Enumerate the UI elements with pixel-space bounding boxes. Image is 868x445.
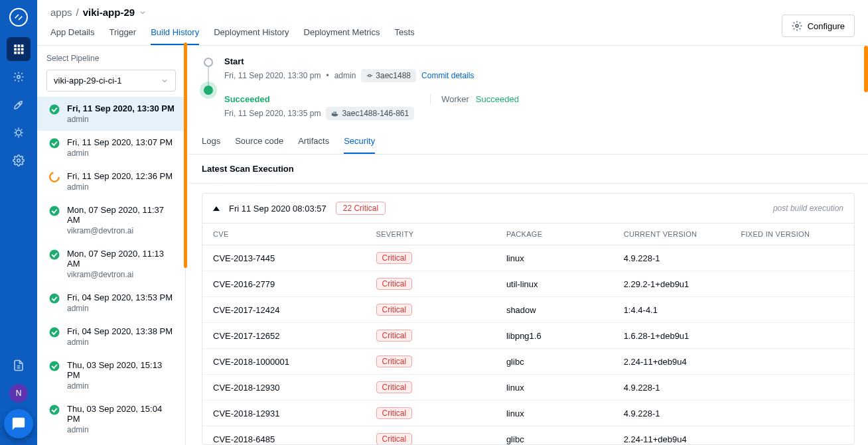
table-row[interactable]: CVE-2018-12931 Critical linux 4.9.228-1	[202, 401, 854, 426]
breadcrumb-current: viki-app-29	[83, 7, 135, 18]
current-version-cell: 4.9.228-1	[613, 375, 731, 401]
tab-trigger[interactable]: Trigger	[109, 27, 136, 45]
image-chip[interactable]: 3aec1488-146-861	[326, 107, 414, 120]
build-list-item[interactable]: Fri, 11 Sep 2020, 13:07 PMadmin	[37, 131, 185, 164]
chevron-down-icon	[161, 77, 169, 85]
svg-point-18	[50, 250, 60, 260]
section-title: Latest Scan Execution	[188, 155, 868, 184]
severity-cell: Critical	[366, 426, 496, 446]
table-row[interactable]: CVE-2017-12652 Critical libpng1.6 1.6.28…	[202, 323, 854, 349]
severity-cell: Critical	[366, 375, 496, 401]
cve-cell: CVE-2013-7445	[202, 245, 366, 271]
rail-doc-icon[interactable]	[7, 353, 31, 377]
build-list-item[interactable]: Wed, 02 Sep 2020, 12:35 PMadmin	[37, 441, 185, 445]
build-list-item[interactable]: Mon, 07 Sep 2020, 11:13 AMvikram@devtron…	[37, 242, 185, 286]
pipeline-select[interactable]: viki-app-29-ci-ci-1	[46, 70, 176, 92]
table-row[interactable]: CVE-2013-7445 Critical linux 4.9.228-1	[202, 245, 854, 271]
svg-rect-4	[18, 48, 21, 51]
build-list-item[interactable]: Thu, 03 Sep 2020, 15:13 PMadmin	[37, 353, 185, 397]
svg-rect-2	[21, 44, 24, 47]
current-version-cell: 1:4.4-4.1	[613, 297, 731, 323]
configure-button[interactable]: Configure	[782, 15, 855, 37]
subtab-artifacts[interactable]: Artifacts	[298, 131, 329, 154]
tab-build-history[interactable]: Build History	[151, 27, 199, 45]
table-row[interactable]: CVE-2017-12424 Critical shadow 1:4.4-4.1	[202, 297, 854, 323]
cve-cell: CVE-2018-12931	[202, 401, 366, 426]
subtab-security[interactable]: Security	[344, 131, 375, 154]
status-success-icon	[48, 292, 60, 304]
subtab-logs[interactable]: Logs	[202, 131, 220, 154]
tab-tests[interactable]: Tests	[394, 27, 414, 45]
status-success-icon	[48, 249, 60, 261]
svg-rect-7	[18, 52, 21, 54]
current-version-cell: 1.6.28-1+deb9u1	[613, 323, 731, 349]
fixed-version-cell	[730, 375, 854, 401]
cve-cell: CVE-2018-1000001	[202, 349, 366, 375]
gear-icon	[792, 21, 802, 31]
chat-icon[interactable]	[4, 409, 33, 438]
svg-rect-5	[21, 48, 24, 51]
table-row[interactable]: CVE-2018-1000001 Critical glibc 2.24-11+…	[202, 349, 854, 375]
chevron-down-icon[interactable]	[139, 9, 147, 17]
rail-apps-icon[interactable]	[7, 37, 31, 61]
status-success-icon	[48, 326, 60, 338]
breadcrumb: apps / viki-app-29	[50, 7, 855, 18]
svg-point-15	[50, 139, 60, 149]
commit-chip[interactable]: 3aec1488	[361, 69, 416, 82]
logo-icon	[9, 8, 28, 27]
timeline-succeeded-label: Succeeded	[224, 94, 414, 104]
package-cell: linux	[496, 375, 613, 401]
svg-point-9	[17, 76, 21, 79]
build-list-item[interactable]: Fri, 04 Sep 2020, 13:53 PMadmin	[37, 286, 185, 320]
tab-app-details[interactable]: App Details	[50, 27, 94, 45]
table-row[interactable]: CVE-2018-6485 Critical glibc 2.24-11+deb…	[202, 426, 854, 446]
svg-rect-6	[14, 52, 17, 54]
svg-point-16	[50, 172, 59, 182]
timeline-success-dot	[204, 86, 213, 95]
table-row[interactable]: CVE-2018-12930 Critical linux 4.9.228-1	[202, 375, 854, 401]
cve-table: CVESEVERITYPACKAGECURRENT VERSIONFIXED I…	[202, 223, 854, 445]
severity-cell: Critical	[366, 297, 496, 323]
scroll-indicator	[184, 42, 187, 268]
commit-details-link[interactable]: Commit details	[421, 71, 474, 80]
subtab-source-code[interactable]: Source code	[235, 131, 283, 154]
table-row[interactable]: CVE-2016-2779 Critical util-linux 2.29.2…	[202, 271, 854, 297]
timeline-start-dot	[204, 58, 213, 67]
rail-gear-icon[interactable]	[7, 65, 31, 89]
svg-point-21	[50, 361, 60, 371]
breadcrumb-parent[interactable]: apps	[50, 7, 72, 18]
rail-rocket-icon[interactable]	[7, 93, 31, 117]
status-success-icon	[48, 103, 60, 115]
status-progress-icon	[48, 171, 60, 183]
tab-deployment-history[interactable]: Deployment History	[214, 27, 289, 45]
cve-cell: CVE-2017-12424	[202, 297, 366, 323]
cve-cell: CVE-2018-6485	[202, 426, 366, 446]
avatar[interactable]: N	[9, 384, 28, 403]
col-severity: SEVERITY	[366, 223, 496, 245]
app-tabs: App DetailsTriggerBuild HistoryDeploymen…	[50, 27, 855, 45]
fixed-version-cell	[730, 426, 854, 446]
build-list-item[interactable]: Fri, 11 Sep 2020, 13:30 PMadmin	[37, 97, 185, 131]
nav-rail: N	[0, 0, 37, 445]
rail-settings-icon[interactable]	[7, 149, 31, 172]
build-list-item[interactable]: Fri, 11 Sep 2020, 12:36 PMadmin	[37, 164, 185, 198]
svg-point-19	[50, 294, 60, 304]
build-list-item[interactable]: Mon, 07 Sep 2020, 11:37 AMvikram@devtron…	[37, 198, 185, 242]
build-list-item[interactable]: Thu, 03 Sep 2020, 15:04 PMadmin	[37, 397, 185, 441]
severity-badge: 22 Critical	[336, 202, 386, 215]
severity-cell: Critical	[366, 245, 496, 271]
severity-cell: Critical	[366, 271, 496, 297]
fixed-version-cell	[730, 271, 854, 297]
svg-point-20	[50, 328, 60, 338]
svg-point-26	[369, 74, 371, 76]
scan-card: Fri 11 Sep 2020 08:03:57 22 Critical pos…	[202, 193, 855, 445]
build-list-item[interactable]: Fri, 04 Sep 2020, 13:38 PMadmin	[37, 320, 185, 353]
tab-deployment-metrics[interactable]: Deployment Metrics	[304, 27, 380, 45]
svg-rect-8	[21, 52, 24, 54]
package-cell: shadow	[496, 297, 613, 323]
fixed-version-cell	[730, 297, 854, 323]
rail-bug-icon[interactable]	[7, 121, 31, 145]
col-current-version: CURRENT VERSION	[613, 223, 731, 245]
collapse-icon[interactable]	[213, 206, 220, 211]
svg-point-11	[16, 130, 21, 135]
